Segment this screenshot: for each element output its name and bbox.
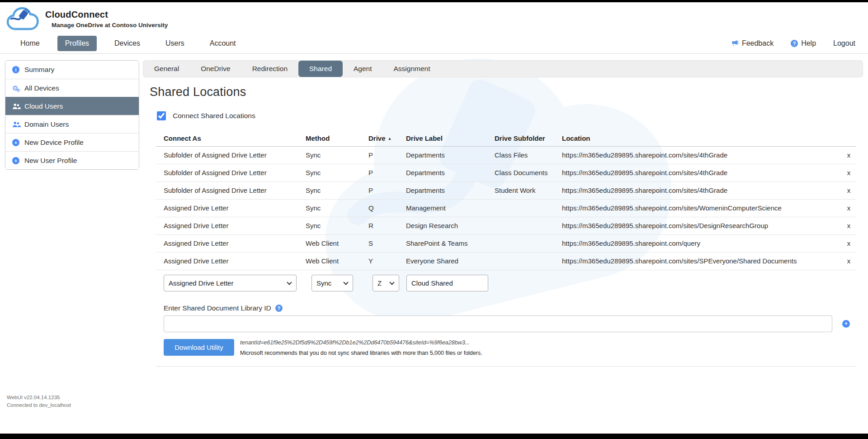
nav-item-users[interactable]: Users: [158, 36, 192, 51]
cell-drive: Y: [361, 252, 398, 270]
remove-row-button[interactable]: x: [834, 199, 856, 217]
tab-onedrive[interactable]: OneDrive: [190, 61, 241, 77]
feedback-link[interactable]: Feedback: [731, 39, 774, 48]
tab-assignment[interactable]: Assignment: [383, 61, 441, 77]
plus-circle-icon: +: [12, 157, 24, 164]
users-icon: [12, 121, 24, 128]
cell-location: https://m365edu289895.sharepoint.com/sit…: [554, 164, 834, 181]
download-utility-button[interactable]: Download Utility: [164, 339, 234, 356]
drive-letter-select[interactable]: Z: [373, 275, 399, 291]
gears-icon: ⚙⚙: [12, 85, 24, 91]
remove-row-button[interactable]: x: [834, 234, 856, 252]
drive-label-input[interactable]: [406, 275, 488, 291]
cell-drive-label: Departments: [398, 146, 487, 164]
table-row: Assigned Drive Letter Web Client Y Every…: [156, 252, 856, 270]
sidebar-item-label: New Device Profile: [24, 138, 84, 147]
profile-tabbar: General OneDrive Redirection Shared Agen…: [143, 60, 863, 77]
remove-row-button[interactable]: x: [834, 252, 856, 270]
cell-drive: P: [361, 146, 398, 164]
cell-drive-subfolder: [487, 217, 554, 234]
sync-recommendation-note: Microsoft recommends that you do not syn…: [240, 350, 482, 356]
cell-location: https://m365edu289895.sharepoint.com/sit…: [554, 217, 834, 234]
cell-connect-as: Assigned Drive Letter: [156, 252, 298, 270]
profile-panel: General OneDrive Redirection Shared Agen…: [143, 60, 863, 367]
col-drive-label[interactable]: Drive Label: [398, 130, 487, 146]
help-link[interactable]: ? Help: [791, 39, 816, 48]
main-navbar: Home Profiles Devices Users Account Feed…: [0, 33, 868, 54]
cell-method: Sync: [298, 146, 361, 164]
app-subtitle: Manage OneDrive at Contoso University: [52, 22, 168, 29]
tab-agent[interactable]: Agent: [343, 61, 383, 77]
cell-drive-label: Departments: [398, 181, 487, 199]
col-connect-as[interactable]: Connect As: [156, 130, 298, 146]
app-title: CloudConnect: [45, 10, 168, 20]
table-row: Assigned Drive Letter Sync R Design Rese…: [156, 217, 856, 234]
remove-row-button[interactable]: x: [834, 164, 856, 181]
remove-row-button[interactable]: x: [834, 181, 856, 199]
shared-tab-content: Shared Locations Connect Shared Location…: [143, 85, 863, 367]
cell-drive-subfolder: Student Work: [487, 181, 554, 199]
cell-connect-as: Assigned Drive Letter: [156, 234, 298, 252]
sidebar: i Summary ⚙⚙ All Devices Cloud Users Dom…: [5, 60, 139, 170]
cell-drive-subfolder: [487, 234, 554, 252]
sidebar-item-new-device-profile[interactable]: + New Device Profile: [5, 133, 139, 151]
table-row: Assigned Drive Letter Sync Q Management …: [156, 199, 856, 217]
sidebar-item-summary[interactable]: i Summary: [5, 61, 139, 79]
logout-link[interactable]: Logout: [833, 39, 855, 48]
section-divider: [156, 366, 856, 367]
cell-drive: Q: [361, 199, 398, 217]
connect-shared-checkbox[interactable]: [157, 111, 166, 120]
method-select[interactable]: Sync: [311, 275, 353, 291]
cell-drive-subfolder: [487, 252, 554, 270]
cell-drive-subfolder: Class Files: [487, 146, 554, 164]
webui-version: WebUI v22.04.14.1235: [7, 394, 71, 401]
table-header-row: Connect As Method Drive▲ Drive Label Dri…: [156, 130, 856, 146]
cell-drive: R: [361, 217, 398, 234]
tenant-id-text: tenantId=e61f9e25%2Df5d9%2D459f%2Db1e2%2…: [240, 339, 482, 346]
nav-item-profiles[interactable]: Profiles: [57, 36, 97, 51]
add-location-form: Assigned Drive Letter Sync Z: [164, 275, 863, 291]
info-icon: i: [12, 66, 24, 73]
nav-item-devices[interactable]: Devices: [107, 36, 148, 51]
col-drive-subfolder[interactable]: Drive Subfolder: [487, 130, 554, 146]
sidebar-item-cloud-users[interactable]: Cloud Users: [5, 97, 139, 115]
sidebar-item-all-devices[interactable]: ⚙⚙ All Devices: [5, 79, 139, 97]
cell-connect-as: Assigned Drive Letter: [156, 217, 298, 234]
table-row: Subfolder of Assigned Drive Letter Sync …: [156, 181, 856, 199]
table-row: Assigned Drive Letter Web Client S Share…: [156, 234, 856, 252]
tab-redirection[interactable]: Redirection: [241, 61, 298, 77]
cell-drive-label: Departments: [398, 164, 487, 181]
cell-drive-subfolder: [487, 199, 554, 217]
cell-drive: P: [361, 164, 398, 181]
footer: WebUI v22.04.14.1235 Connected to dev_lo…: [7, 394, 71, 409]
tab-general[interactable]: General: [143, 61, 190, 77]
nav-item-home[interactable]: Home: [13, 36, 47, 51]
tab-shared[interactable]: Shared: [298, 61, 343, 77]
cloudconnect-logo-icon: [6, 6, 42, 33]
col-drive[interactable]: Drive▲: [361, 130, 398, 146]
bottom-black-bar: [0, 434, 868, 439]
nav-item-account[interactable]: Account: [202, 36, 244, 51]
connect-as-select[interactable]: Assigned Drive Letter: [164, 275, 297, 291]
help-label: Help: [801, 39, 816, 48]
cell-drive-label: Everyone Shared: [398, 252, 487, 270]
add-location-button[interactable]: +: [842, 320, 850, 328]
cell-drive-label: SharePoint & Teams: [398, 234, 487, 252]
library-id-input[interactable]: [164, 315, 832, 332]
cell-drive-label: Management: [398, 199, 487, 217]
col-remove: [834, 130, 856, 146]
sidebar-item-label: Cloud Users: [24, 102, 63, 110]
cell-connect-as: Subfolder of Assigned Drive Letter: [156, 164, 298, 181]
library-help-icon[interactable]: ?: [275, 305, 283, 312]
sidebar-item-new-user-profile[interactable]: + New User Profile: [5, 151, 139, 169]
connect-shared-label: Connect Shared Locations: [173, 112, 255, 120]
remove-row-button[interactable]: x: [834, 146, 856, 164]
sidebar-item-label: Summary: [24, 66, 54, 74]
main-area: i Summary ⚙⚙ All Devices Cloud Users Dom…: [0, 60, 868, 367]
col-location[interactable]: Location: [554, 130, 834, 146]
remove-row-button[interactable]: x: [834, 217, 856, 234]
sort-asc-icon: ▲: [388, 136, 392, 141]
sidebar-item-domain-users[interactable]: Domain Users: [5, 115, 139, 133]
col-method[interactable]: Method: [298, 130, 361, 146]
table-row: Subfolder of Assigned Drive Letter Sync …: [156, 164, 856, 181]
